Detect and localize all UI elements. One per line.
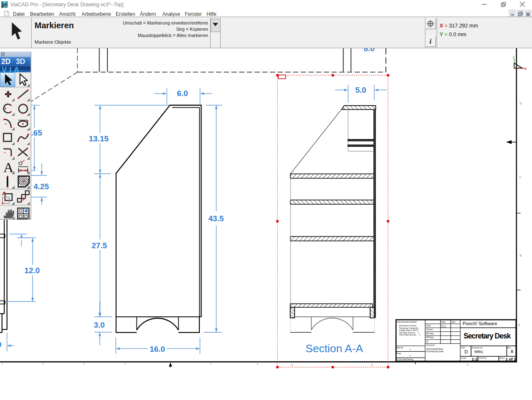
svg-text:Comments:: Comments:	[426, 344, 435, 346]
svg-text:Do Not Scale Drawing: Do Not Scale Drawing	[397, 358, 413, 360]
svg-text:3D: 3D	[16, 57, 25, 65]
svg-text:Sheet: Sheet	[500, 357, 505, 359]
svg-text:±: ±	[419, 334, 420, 336]
svg-text:Unless Otherwise Specified: Unless Otherwise Specified	[397, 321, 417, 323]
svg-text:Drawing No.: Drawing No.	[472, 347, 483, 349]
svg-text:16.0: 16.0	[149, 345, 165, 353]
svg-text:Dimensions in Inches: Dimensions in Inches	[399, 325, 417, 327]
svg-text:Material: Material	[397, 347, 403, 349]
svg-text:Two Place Decimal: Two Place Decimal	[399, 332, 415, 334]
svg-text:x: x	[524, 66, 527, 71]
svg-text:C: C	[520, 175, 522, 178]
svg-text:D: D	[520, 102, 522, 105]
svg-text:2: 2	[371, 363, 373, 366]
svg-text:Bishop: Bishop	[441, 326, 447, 328]
svg-text:D: D	[465, 349, 468, 354]
svg-text:VIA: VIA	[2, 65, 22, 72]
svg-text:Drawn: Drawn	[426, 325, 431, 327]
svg-text:6.0: 6.0	[177, 89, 188, 98]
svg-text:2.0: 2.0	[0, 340, 1, 349]
svg-text:MFR Appr.: MFR Appr.	[426, 336, 434, 338]
svg-text:Finish: Finish	[397, 353, 401, 355]
svg-text:4.25: 4.25	[34, 182, 49, 191]
svg-text:A: A	[3, 160, 14, 175]
svg-text:13.15: 13.15	[89, 134, 109, 143]
svg-text:1:1: 1:1	[472, 357, 478, 361]
svg-text:Three Place Decimal: Three Place Decimal	[399, 334, 416, 336]
svg-text:QA: QA	[426, 341, 429, 343]
svg-text:43.5: 43.5	[209, 214, 224, 223]
svg-text:Checked: Checked	[426, 328, 433, 331]
svg-text:Do Not Manually Update: Do Not Manually Update	[426, 351, 444, 353]
svg-text:3.0: 3.0	[94, 321, 104, 329]
svg-text:Tolerances: Fractional: Tolerances: Fractional	[399, 327, 418, 329]
svg-text:Name: Name	[441, 321, 446, 323]
svg-text:B: B	[520, 254, 522, 257]
svg-text:12.0: 12.0	[25, 266, 40, 275]
svg-text:±: ±	[418, 327, 419, 329]
svg-text:±: ±	[410, 355, 411, 357]
svg-text:Secretary Desk: Secretary Desk	[464, 332, 511, 340]
svg-text:8.0: 8.0	[363, 48, 374, 53]
svg-text:Angular: Mach ± Bend ±: Angular: Mach ± Bend ±	[399, 329, 419, 331]
svg-text:A: A	[511, 349, 514, 354]
svg-text:1: 1	[467, 363, 469, 366]
svg-text:27.5: 27.5	[92, 241, 107, 250]
svg-text:Section A-A: Section A-A	[306, 342, 363, 355]
svg-text:5.0: 5.0	[355, 86, 366, 94]
svg-text:±: ±	[418, 332, 419, 334]
svg-text:Scale: Scale	[461, 357, 466, 359]
svg-text:CAD File: CAD File	[479, 357, 487, 359]
svg-text:A: A	[518, 323, 520, 326]
svg-text:y: y	[512, 54, 515, 59]
svg-text:Punch! Software: Punch! Software	[463, 321, 497, 326]
svg-text:3: 3	[291, 363, 293, 366]
svg-text:Size: Size	[461, 347, 465, 349]
svg-text:±: ±	[410, 348, 411, 351]
svg-text:0001: 0001	[475, 350, 483, 354]
svg-text:Date: Date	[452, 321, 456, 323]
svg-text:2D: 2D	[1, 57, 10, 65]
svg-text:1 of 1: 1 of 1	[505, 357, 516, 361]
svg-text:ENG Appr.: ENG Appr.	[426, 333, 434, 335]
svg-text:Rev: Rev	[507, 347, 511, 349]
svg-text:CAD Generated Drawing: CAD Generated Drawing	[426, 348, 443, 350]
svg-text:pro: pro	[3, 5, 7, 8]
